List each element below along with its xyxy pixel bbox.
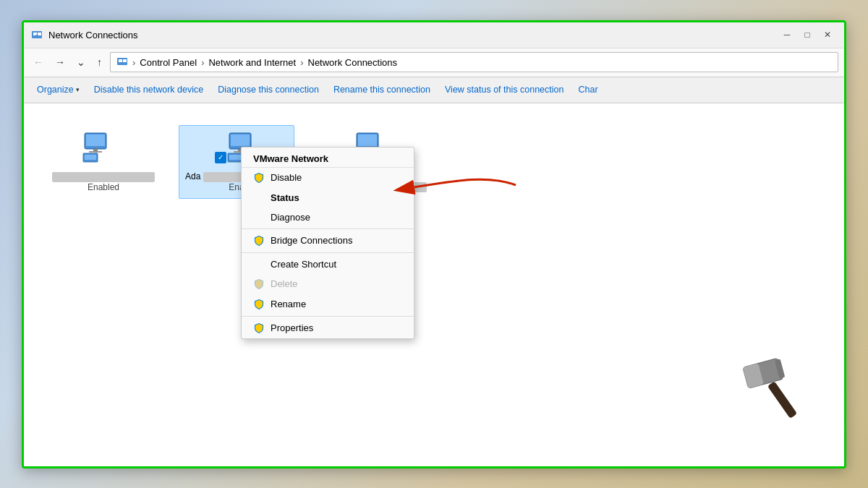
- svg-rect-12: [85, 155, 96, 160]
- title-bar: Network Connections ─ □ ✕: [24, 22, 844, 48]
- adapter1-status: Enabled: [88, 182, 119, 192]
- menu-item-rename[interactable]: Rename: [242, 294, 414, 314]
- menu-properties-label: Properties: [271, 322, 313, 333]
- svg-rect-29: [767, 381, 797, 419]
- toolbar: Organize ▾ Disable this network device D…: [24, 77, 844, 103]
- window-icon: [31, 29, 43, 40]
- menu-bridge-label: Bridge Connections: [271, 235, 352, 246]
- adapter1-name-placeholder: [52, 172, 155, 182]
- menu-disable-label: Disable: [271, 172, 302, 183]
- close-button[interactable]: ✕: [818, 27, 837, 42]
- svg-rect-6: [123, 59, 127, 62]
- organize-button[interactable]: Organize ▾: [30, 77, 87, 103]
- menu-item-properties[interactable]: Properties: [242, 318, 414, 338]
- adapter-icon-1: [82, 132, 125, 168]
- address-path[interactable]: › Control Panel › Network and Internet ›…: [110, 52, 838, 72]
- svg-rect-10: [89, 151, 102, 153]
- context-menu: VMware Network Disable Status Diagnose: [241, 147, 414, 339]
- menu-item-delete[interactable]: Delete: [242, 274, 414, 294]
- menu-item-diagnose[interactable]: Diagnose: [242, 207, 414, 227]
- title-bar-controls: ─ □ ✕: [778, 27, 837, 42]
- menu-item-bridge[interactable]: Bridge Connections: [242, 231, 414, 251]
- adapters-list: Enabled ✓ Ada: [38, 118, 830, 206]
- address-bar: ← → ⌄ ↑ › Control Panel › Network and In…: [24, 48, 844, 77]
- svg-rect-8: [86, 134, 105, 146]
- menu-separator-2: [242, 252, 414, 253]
- forward-button[interactable]: →: [51, 55, 69, 69]
- menu-rename-label: Rename: [271, 299, 306, 309]
- diagnose-button[interactable]: Diagnose this connection: [210, 77, 326, 103]
- context-menu-title: VMware Network: [242, 147, 414, 168]
- menu-item-status[interactable]: Status: [242, 188, 414, 207]
- path-network-internet[interactable]: Network and Internet: [208, 57, 296, 68]
- adapter-item-1[interactable]: Enabled: [46, 125, 161, 199]
- window-title: Network Connections: [48, 30, 138, 40]
- maximize-button[interactable]: □: [798, 27, 817, 42]
- svg-rect-15: [231, 134, 250, 146]
- rename-button[interactable]: Rename this connection: [326, 77, 438, 103]
- menu-shortcut-label: Create Shortcut: [271, 259, 336, 270]
- adapter2-name-prefix: Ada: [185, 171, 200, 181]
- svg-rect-22: [358, 134, 377, 146]
- svg-rect-19: [229, 155, 241, 160]
- svg-rect-5: [119, 59, 122, 62]
- menu-status-label: Status: [271, 192, 299, 203]
- check-badge: ✓: [215, 152, 226, 163]
- up-button[interactable]: ↑: [93, 55, 106, 69]
- back-button[interactable]: ←: [30, 55, 47, 69]
- recent-button[interactable]: ⌄: [73, 55, 89, 69]
- menu-diagnose-label: Diagnose: [271, 212, 310, 223]
- minimize-button[interactable]: ─: [778, 27, 796, 42]
- menu-separator-3: [242, 316, 414, 317]
- menu-item-shortcut[interactable]: Create Shortcut: [242, 254, 414, 274]
- path-icon: [116, 56, 128, 69]
- svg-rect-3: [36, 35, 38, 35]
- menu-separator-1: [242, 228, 414, 229]
- organize-dropdown-arrow: ▾: [76, 86, 80, 93]
- view-status-button[interactable]: View status of this connection: [438, 77, 571, 103]
- disable-network-button[interactable]: Disable this network device: [87, 77, 210, 103]
- path-network-connections[interactable]: Network Connections: [308, 57, 398, 68]
- menu-delete-label: Delete: [271, 278, 298, 289]
- hammer-icon: [725, 338, 818, 445]
- network-connections-window: Network Connections ─ □ ✕ ← → ⌄ ↑ › Cont…: [22, 20, 846, 468]
- content-area: Enabled ✓ Ada: [24, 103, 844, 466]
- menu-item-disable[interactable]: Disable: [242, 168, 414, 188]
- change-button[interactable]: Char: [571, 77, 605, 103]
- path-control-panel[interactable]: Control Panel: [140, 57, 197, 68]
- svg-rect-2: [38, 33, 41, 35]
